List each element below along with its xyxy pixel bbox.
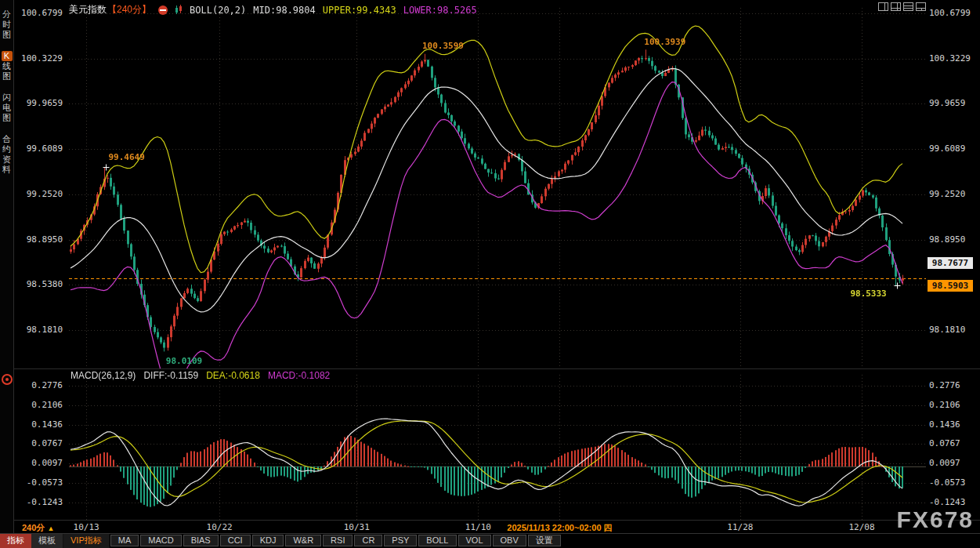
toolbar-button-VIP指标[interactable]: VIP指标 — [63, 534, 110, 548]
price-tick-label: 98.1810 — [19, 325, 63, 336]
macd-tick-label: 0.2776 — [929, 380, 976, 391]
macd-tick-label: 0.0767 — [929, 438, 976, 449]
macd-tick-label: 0.2106 — [19, 400, 63, 411]
time-tick-label: 10/13 — [74, 522, 99, 532]
chart-header: 美元指数 【240分】 BOLL(20,2) MID:98.9804 UPPER… — [69, 3, 477, 16]
macd-macd-value: MACD:-0.1082 — [268, 370, 330, 381]
sidebar-tab-char: 料 — [1, 165, 13, 175]
layout-three-row-icon[interactable] — [903, 2, 913, 11]
sidebar-tab-1[interactable]: 分时图 — [1, 9, 13, 40]
time-tick-label: 10/31 — [344, 522, 370, 532]
macd-tick-label: 0.1436 — [929, 419, 976, 430]
toolbar-button-W&R[interactable]: W&R — [285, 535, 321, 546]
sidebar-tab-char: 合 — [1, 134, 13, 144]
macd-readout: MACD(26,12,9) DIFF:-0.1159 DEA:-0.0618 M… — [71, 370, 330, 381]
macd-params-label: MACD(26,12,9) — [71, 370, 136, 381]
price-tick-label: 99.6089 — [929, 143, 976, 154]
sidebar-tab-char: 时 — [1, 20, 13, 30]
sidebar-tab-3[interactable]: 闪电图 — [1, 93, 13, 123]
price-tick-label: 98.8950 — [19, 234, 63, 245]
price-annotation: 100.3939 — [644, 37, 685, 47]
macd-tick-label: 0.2106 — [929, 400, 976, 411]
time-axis: 240分 ▲ 2025/11/13 22:00~02:00 四 10/1310/… — [0, 521, 980, 534]
macd-tick-label: -0.0573 — [929, 477, 976, 488]
toolbar-button-MACD[interactable]: MACD — [140, 535, 181, 546]
price-tick-label: 98.8950 — [929, 234, 976, 245]
alarm-icon[interactable] — [158, 5, 168, 15]
toolbar-button-设置[interactable]: 设置 — [528, 535, 561, 546]
layout-four-pane-icon[interactable] — [916, 2, 926, 11]
sidebar-tab-char: 资 — [1, 154, 13, 165]
macd-tick-label: 0.2776 — [19, 380, 63, 391]
macd-tick-label: -0.1243 — [19, 497, 63, 508]
toolbar-button-BIAS[interactable]: BIAS — [183, 535, 219, 546]
interval-up-arrow-icon: ▲ — [47, 524, 54, 532]
toolbar-button-BOLL[interactable]: BOLL — [418, 535, 456, 546]
price-tick-label: 99.2520 — [929, 189, 976, 200]
price-annotation: 98.5333 — [850, 289, 886, 299]
price-tick-label: 100.3229 — [929, 53, 976, 64]
price-tick-label: 100.3229 — [19, 53, 63, 64]
price-tick-label: 99.2520 — [19, 189, 63, 200]
price-tick-label: 98.1810 — [929, 325, 976, 336]
toolbar-button-CR[interactable]: CR — [354, 535, 382, 546]
boll-lower-value: LOWER:98.5265 — [403, 5, 477, 16]
price-tick-label: 99.6089 — [19, 143, 63, 154]
sidebar-tab-char: 线 — [1, 61, 13, 71]
bottom-toolbar: 指标模板VIP指标MAMACDBIASCCIKDJW&RRSICRPSYBOLL… — [0, 533, 980, 548]
session-info: 2025/11/13 22:00~02:00 四 — [507, 522, 612, 534]
price-badge: 98.7677 — [928, 257, 973, 269]
macd-diff-value: DIFF:-0.1159 — [143, 370, 198, 381]
sidebar-tab-char: 图 — [1, 30, 13, 40]
layout-grid-icon[interactable] — [891, 2, 901, 11]
footer-interval-label: 240分 — [22, 523, 45, 532]
macd-tick-label: 0.0767 — [19, 438, 63, 449]
footer-interval[interactable]: 240分 ▲ — [22, 522, 54, 534]
boll-upper-value: UPPER:99.4343 — [323, 5, 396, 16]
boll-mid-value: MID:98.9804 — [253, 5, 315, 16]
price-badge: 98.5903 — [928, 280, 973, 292]
toolbar-button-MA[interactable]: MA — [110, 535, 139, 546]
boll-label: BOLL(20,2) — [190, 5, 246, 16]
price-tick-label: 98.5380 — [19, 279, 63, 290]
sidebar-tab-2[interactable]: K线图 — [1, 51, 13, 82]
sidebar: 分时图K线图闪电图合约资料 — [0, 0, 14, 534]
layout-switcher — [878, 2, 926, 11]
price-tick-label: 99.9659 — [929, 98, 976, 109]
macd-tick-label: 0.1436 — [19, 419, 63, 430]
toolbar-button-CCI[interactable]: CCI — [220, 535, 251, 546]
toolbar-button-指标[interactable]: 指标 — [0, 534, 31, 548]
toolbar-button-模板[interactable]: 模板 — [31, 534, 63, 548]
time-tick-label: 10/22 — [207, 522, 233, 532]
sidebar-tab-char: 约 — [1, 144, 13, 154]
sidebar-tab-char: 图 — [1, 113, 13, 123]
toolbar-button-VOL[interactable]: VOL — [458, 535, 491, 546]
toolbar-button-OBV[interactable]: OBV — [493, 535, 526, 546]
price-annotation: 99.4649 — [108, 152, 144, 162]
sidebar-tab-char: 闪 — [1, 93, 13, 103]
toolbar-button-KDJ[interactable]: KDJ — [252, 535, 284, 546]
sidebar-tab-char: 分 — [1, 9, 13, 20]
sidebar-tab-char: K — [2, 51, 13, 61]
macd-chart-canvas[interactable] — [69, 375, 926, 520]
interval-label: 【240分】 — [107, 3, 151, 16]
sidebar-tab-char: 电 — [1, 103, 13, 113]
layout-two-pane-icon[interactable] — [878, 2, 888, 11]
main-chart-canvas[interactable] — [69, 8, 926, 368]
macd-tick-label: 0.0097 — [929, 458, 976, 469]
time-tick-label: 11/10 — [465, 522, 491, 532]
macd-tick-label: -0.0573 — [19, 477, 63, 488]
indicator-record-icon[interactable] — [2, 374, 13, 385]
macd-dea-value: DEA:-0.0618 — [206, 370, 260, 381]
time-tick-label: 11/28 — [727, 522, 753, 532]
panel-separator — [14, 368, 980, 369]
macd-tick-label: 0.0097 — [19, 458, 63, 469]
toolbar-button-PSY[interactable]: PSY — [384, 535, 417, 546]
sidebar-tab-4[interactable]: 合约资料 — [1, 134, 13, 175]
sidebar-tab-char: 图 — [1, 71, 13, 82]
time-tick-label: 12/08 — [848, 522, 874, 532]
price-annotation: 98.0109 — [166, 356, 202, 366]
price-tick-label: 99.9659 — [19, 98, 63, 109]
price-tick-label: 100.6799 — [19, 8, 63, 19]
toolbar-button-RSI[interactable]: RSI — [323, 535, 353, 546]
